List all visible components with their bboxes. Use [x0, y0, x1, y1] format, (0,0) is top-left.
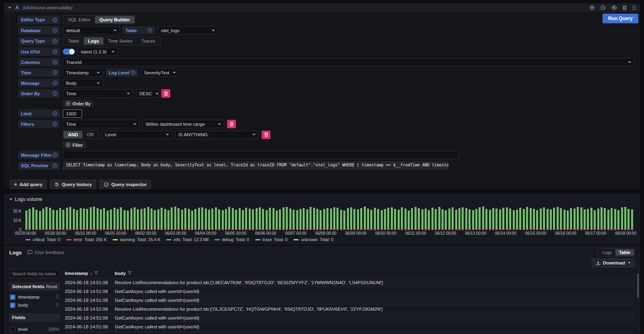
- traces-option[interactable]: Traces: [137, 37, 160, 45]
- info-icon[interactable]: [53, 153, 57, 157]
- log-level-select[interactable]: SeverityText: [141, 68, 178, 77]
- add-query-button[interactable]: + Add query: [10, 180, 47, 189]
- query-inspector-button[interactable]: Query inspector: [99, 180, 151, 189]
- collapse-chevron-icon[interactable]: [9, 199, 12, 200]
- table-row[interactable]: 2024-06-18 14:51:08GetCartAsync called w…: [65, 331, 635, 334]
- download-button[interactable]: Download: [592, 258, 635, 267]
- volume-bar: [215, 207, 217, 230]
- and-option[interactable]: AND: [64, 131, 83, 138]
- delete-query-icon[interactable]: [622, 5, 627, 10]
- info-icon[interactable]: [131, 70, 135, 75]
- checkbox-unchecked[interactable]: [10, 327, 15, 332]
- limit-input[interactable]: [63, 109, 82, 118]
- filter-field-select[interactable]: Time: [63, 120, 140, 128]
- drag-handle-icon[interactable]: [56, 302, 59, 308]
- legend-item-unknown[interactable]: unknownTotal: 0: [293, 237, 333, 242]
- checkbox-checked[interactable]: [10, 295, 15, 300]
- add-order-by-button[interactable]: Order By: [63, 100, 94, 107]
- table-option[interactable]: Table: [615, 249, 634, 256]
- volume-bar: [357, 209, 359, 230]
- add-filter-button[interactable]: Filter: [63, 141, 86, 149]
- fields-sidebar: Selected fields Reset timestampbody Fiel…: [9, 269, 60, 334]
- database-row: Database default Table otel_logs: [18, 26, 634, 35]
- search-fields-input[interactable]: [9, 269, 60, 278]
- legend-item-error[interactable]: errorTotal: 255 K: [66, 237, 107, 242]
- query-row-header[interactable]: A (clickhouse-observability): [4, 3, 640, 12]
- sql-preview-code[interactable]: SELECT Timestamp as timestamp, Body as b…: [63, 161, 448, 170]
- logs-option[interactable]: Logs: [599, 249, 615, 256]
- timestamp-column-header[interactable]: timestamp↓: [65, 271, 115, 276]
- order-direction-select[interactable]: DESC: [136, 89, 159, 98]
- info-icon[interactable]: [53, 60, 57, 64]
- query-history-button[interactable]: Query history: [50, 180, 96, 189]
- info-icon[interactable]: [53, 28, 57, 33]
- columns-multiselect[interactable]: TraceId: [63, 58, 634, 66]
- volume-bar: [289, 209, 291, 230]
- volume-bar: [624, 207, 626, 230]
- reset-fields-link[interactable]: Reset: [46, 284, 57, 289]
- legend-item-trace[interactable]: traceTotal: 0: [255, 237, 287, 242]
- info-icon[interactable]: [53, 18, 57, 22]
- filter-icon[interactable]: [128, 271, 132, 276]
- table-row[interactable]: 2024-06-18 14:51:08GetCartAsync called w…: [65, 322, 635, 331]
- volume-bar: [222, 210, 224, 230]
- info-icon[interactable]: [53, 164, 57, 168]
- order-by-field-select[interactable]: Time: [63, 89, 133, 98]
- volume-bar: [364, 207, 366, 230]
- drag-handle-icon[interactable]: [56, 294, 59, 300]
- info-icon[interactable]: [53, 122, 57, 126]
- legend-item-warning[interactable]: warningTotal: 25.4 K: [113, 237, 160, 242]
- hide-query-eye-icon[interactable]: [611, 5, 617, 10]
- give-feedback-link[interactable]: Give feedback: [27, 250, 64, 255]
- table-row[interactable]: 2024-06-18 14:51:08GetCartAsync called w…: [65, 295, 635, 304]
- duplicate-query-icon[interactable]: [589, 5, 595, 10]
- legend-item-info[interactable]: infoTotal: 12.3 Mil: [166, 237, 208, 242]
- filter2-operator-select[interactable]: IS ANYTHING: [175, 131, 259, 139]
- body-column-header[interactable]: body: [115, 271, 132, 276]
- filter-value-select[interactable]: Within dashboard time range: [142, 120, 224, 128]
- legend-item-critical[interactable]: criticalTotal: 0: [25, 237, 60, 242]
- database-select[interactable]: default: [63, 26, 120, 35]
- message-filter-input[interactable]: [63, 151, 459, 159]
- message-column-select[interactable]: Body: [63, 79, 103, 87]
- checkbox-checked[interactable]: [10, 303, 15, 308]
- remove-order-by-button[interactable]: [161, 89, 170, 98]
- info-icon[interactable]: [53, 39, 57, 43]
- info-icon[interactable]: [148, 28, 152, 33]
- legend-item-debug[interactable]: debugTotal: 0: [215, 237, 249, 242]
- sort-desc-icon[interactable]: ↓: [90, 271, 93, 276]
- time-series-option[interactable]: Time Series: [103, 37, 137, 45]
- remove-filter-button[interactable]: [227, 120, 236, 128]
- volume-bar: [154, 210, 156, 230]
- table-row[interactable]: 2024-06-18 14:51:08GetCartAsync called w…: [65, 313, 635, 322]
- or-option[interactable]: OR: [83, 131, 98, 138]
- table-row[interactable]: 2024-06-18 14:51:08Receive ListRecommend…: [65, 278, 635, 287]
- info-icon[interactable]: [53, 111, 57, 116]
- query-builder-option[interactable]: Query Builder: [95, 16, 134, 23]
- table-row[interactable]: 2024-06-18 14:51:08GetCartAsync called w…: [65, 287, 635, 295]
- table-select[interactable]: otel_logs: [158, 26, 218, 35]
- selected-fields-header: Selected fields Reset: [9, 282, 60, 291]
- drag-handle-icon[interactable]: [632, 5, 636, 10]
- run-query-button[interactable]: Run Query: [603, 14, 638, 23]
- volume-bar: [617, 210, 619, 230]
- logs-option[interactable]: Logs: [84, 37, 103, 45]
- logs-volume-header[interactable]: Logs volume: [8, 196, 636, 203]
- filter2-field-select[interactable]: Level: [102, 131, 172, 139]
- volume-bar: [377, 209, 379, 230]
- info-icon[interactable]: [53, 70, 57, 75]
- filter-icon[interactable]: [94, 271, 98, 276]
- otel-version-select[interactable]: latest (1.2.9): [78, 47, 118, 56]
- table-option[interactable]: Table: [64, 37, 84, 45]
- sql-editor-option[interactable]: SQL Editor: [64, 16, 95, 23]
- time-column-select[interactable]: Timestamp: [63, 68, 103, 77]
- collapse-chevron-icon[interactable]: [8, 7, 11, 8]
- use-otel-toggle[interactable]: [63, 49, 75, 55]
- info-icon[interactable]: [53, 91, 57, 96]
- remove-filter2-button[interactable]: [262, 131, 270, 139]
- info-icon[interactable]: [53, 49, 57, 54]
- table-row[interactable]: 2024-06-18 14:51:08Receive ListRecommend…: [65, 304, 635, 313]
- table-scrollbar[interactable]: [637, 274, 639, 298]
- query-history-icon[interactable]: [600, 5, 606, 10]
- info-icon[interactable]: [53, 81, 57, 85]
